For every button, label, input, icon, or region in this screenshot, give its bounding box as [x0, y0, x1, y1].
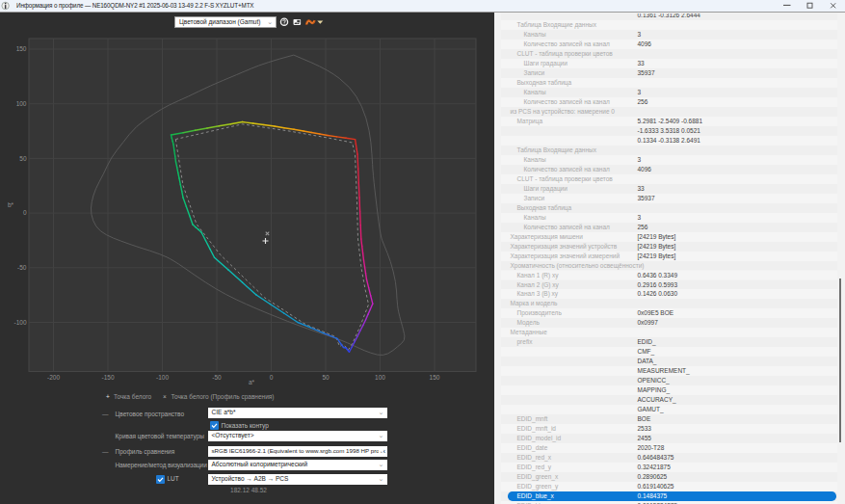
svg-text:50: 50 — [19, 155, 27, 162]
svg-text:-200: -200 — [47, 374, 60, 381]
svg-text:-100: -100 — [13, 319, 26, 326]
svg-text:100: 100 — [16, 100, 27, 107]
svg-text:100: 100 — [375, 374, 385, 381]
svg-text:0: 0 — [23, 209, 27, 216]
svg-text:50: 50 — [322, 374, 330, 381]
svg-text:-100: -100 — [156, 374, 169, 381]
svg-text:-50: -50 — [17, 264, 27, 271]
svg-text:150: 150 — [16, 45, 27, 52]
svg-text:b*: b* — [8, 201, 14, 208]
svg-text:150: 150 — [430, 374, 440, 381]
svg-text:-150: -150 — [101, 374, 114, 381]
svg-text:a*: a* — [249, 379, 255, 385]
svg-text:0: 0 — [270, 374, 274, 381]
svg-text:-50: -50 — [212, 374, 222, 381]
